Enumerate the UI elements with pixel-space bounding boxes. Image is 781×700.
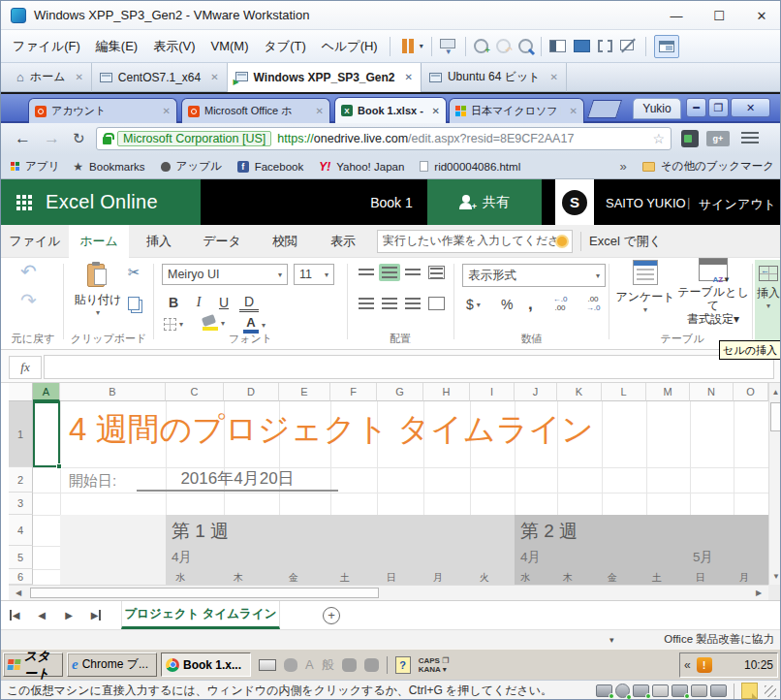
bookmark-star-icon[interactable]: ☆ xyxy=(652,131,665,146)
column-header-g[interactable]: G xyxy=(377,383,423,401)
reload-button[interactable]: ↻ xyxy=(73,130,85,147)
usb-device-icon[interactable] xyxy=(691,684,707,697)
format-as-table-button[interactable]: AZ▼ テーブルとして 書式設定▾ xyxy=(677,258,749,337)
feedback-link[interactable]: Office 製品改善に協力 xyxy=(664,632,774,647)
column-header-k[interactable]: K xyxy=(557,383,602,401)
column-header-j[interactable]: J xyxy=(515,383,557,401)
menu-vm[interactable]: VM(M) xyxy=(207,39,253,53)
column-header-o[interactable]: O xyxy=(734,383,768,401)
ime-mode-general[interactable]: 般 xyxy=(322,656,334,674)
document-name[interactable]: Book 1 xyxy=(358,179,425,225)
column-header-e[interactable]: E xyxy=(279,383,330,401)
tellme-search-input[interactable]: 実行したい作業を入力してください xyxy=(377,230,573,253)
new-tab-button[interactable] xyxy=(587,100,622,118)
font-name-select[interactable]: Meiryo UI▾ xyxy=(162,264,288,285)
close-icon[interactable]: ✕ xyxy=(550,72,558,82)
app-launcher-icon[interactable] xyxy=(16,195,32,210)
hard-disk-icon[interactable] xyxy=(596,684,612,697)
scroll-left-button[interactable]: ◀ xyxy=(11,586,26,600)
snapshot-manager-button[interactable] xyxy=(518,39,533,53)
column-header-h[interactable]: H xyxy=(423,383,470,401)
select-all-corner[interactable] xyxy=(9,383,33,401)
tray-chevron-button[interactable]: « xyxy=(684,658,691,672)
font-size-select[interactable]: 11▾ xyxy=(294,264,334,285)
bold-button[interactable]: B xyxy=(164,293,183,312)
row-header-6[interactable]: 6 xyxy=(9,569,33,585)
security-alert-icon[interactable]: ! xyxy=(697,657,712,673)
insert-cells-button[interactable]: ← 挿入 ▾ xyxy=(755,260,781,345)
thumbnail-bar-toggle[interactable] xyxy=(654,35,679,58)
skype-button[interactable]: S xyxy=(555,179,594,225)
back-button[interactable]: ← xyxy=(15,129,31,148)
bookmark-apple[interactable]: アップル xyxy=(176,159,222,174)
column-header-i[interactable]: I xyxy=(470,383,515,401)
row-header-3[interactable]: 3 xyxy=(9,493,33,515)
unity-mode-button[interactable] xyxy=(620,40,638,53)
column-header-n[interactable]: N xyxy=(690,383,734,401)
bookmark-file[interactable]: rid00004086.html xyxy=(434,161,520,173)
tab-data[interactable]: データ xyxy=(189,225,255,258)
formula-input[interactable] xyxy=(44,355,774,379)
gplus-extension-icon[interactable]: g+ xyxy=(706,131,730,146)
close-icon[interactable]: ✕ xyxy=(570,106,578,116)
take-snapshot-button[interactable]: + xyxy=(474,39,488,53)
fill-color-button[interactable]: ▾ xyxy=(203,316,225,331)
extension-icon[interactable] xyxy=(681,130,699,147)
resize-grip[interactable] xyxy=(765,685,776,697)
menu-view[interactable]: 表示(V) xyxy=(149,38,199,55)
number-format-select[interactable]: 表示形式▾ xyxy=(462,264,606,287)
double-underline-button[interactable]: D xyxy=(239,293,259,312)
underline-button[interactable]: U xyxy=(214,293,234,312)
percent-button[interactable]: % xyxy=(501,297,513,312)
task-button-chrome[interactable]: e Chrome ブ... xyxy=(67,652,157,677)
vm-tab-centos[interactable]: CentOS7.1_x64 ✕ xyxy=(92,63,228,92)
vm-tab-home[interactable]: ⌂ ホーム ✕ xyxy=(9,63,92,92)
copy-button[interactable] xyxy=(128,297,140,310)
open-in-excel-button[interactable]: Excel で開く xyxy=(589,233,662,250)
vertical-scrollbar[interactable]: ▲ ▼ xyxy=(768,383,781,585)
forward-button[interactable]: → xyxy=(44,129,60,148)
signout-link[interactable]: サインアウト xyxy=(699,196,776,213)
row-header-5[interactable]: 5 xyxy=(9,546,33,569)
survey-button[interactable]: アンケート ▾ xyxy=(615,260,675,335)
sound-icon[interactable] xyxy=(672,684,688,697)
borders-button[interactable]: ▾ xyxy=(164,318,183,331)
increase-decimal-button[interactable]: ←.0.00 xyxy=(546,295,575,312)
column-header-b[interactable]: B xyxy=(60,383,166,401)
horizontal-scrollbar[interactable]: ◀ ▶ xyxy=(9,585,768,600)
minimize-button[interactable]: — xyxy=(662,4,691,27)
align-center-button[interactable] xyxy=(379,295,400,312)
guest-restore-button[interactable]: ❐ xyxy=(708,98,729,117)
ime-help-icon[interactable]: ? xyxy=(395,656,411,674)
start-button[interactable]: スタート xyxy=(3,652,63,677)
merge-center-button[interactable] xyxy=(425,295,447,312)
bookmark-bookmarks[interactable]: Bookmarks xyxy=(89,161,145,173)
bookmark-yahoo[interactable]: Yahoo! Japan xyxy=(336,161,404,173)
menu-icon[interactable] xyxy=(741,132,759,134)
cut-button[interactable]: ✂ xyxy=(128,264,141,281)
menu-help[interactable]: ヘルプ(H) xyxy=(318,38,382,55)
pen-input-icon[interactable] xyxy=(284,658,297,672)
tab-home[interactable]: ホーム xyxy=(69,225,129,258)
horizontal-scroll-thumb[interactable] xyxy=(30,588,379,598)
column-header-c[interactable]: C xyxy=(166,383,224,401)
align-bottom-button[interactable] xyxy=(402,264,423,281)
close-button[interactable]: ✕ xyxy=(747,4,776,27)
italic-button[interactable]: I xyxy=(189,293,208,312)
maximize-button[interactable]: ☐ xyxy=(704,4,734,27)
printer-icon[interactable] xyxy=(652,684,669,697)
vm-tab-windows-xp[interactable]: ▶ Windows XPP_SP3_Gen2 ✕ xyxy=(228,63,422,92)
align-right-button[interactable] xyxy=(402,295,423,312)
sheet-tab-project-timeline[interactable]: プロジェクト タイムライン xyxy=(121,601,280,629)
task-button-book1[interactable]: Book 1.x... xyxy=(161,652,251,677)
bookmarks-overflow-chevron[interactable]: » xyxy=(620,159,627,174)
close-icon[interactable]: ✕ xyxy=(163,106,171,116)
column-header-m[interactable]: M xyxy=(646,383,690,401)
align-top-button[interactable] xyxy=(356,264,377,281)
revert-snapshot-button[interactable]: ↶ xyxy=(496,39,511,53)
ime-caps-kana[interactable]: CAPS ❐KANA ▾ xyxy=(419,656,450,674)
clock[interactable]: 10:25 xyxy=(744,658,773,672)
row-header-2[interactable]: 2 xyxy=(9,467,33,493)
column-header-a[interactable]: A xyxy=(33,383,60,401)
ime-dictionary-icon[interactable] xyxy=(364,658,379,672)
